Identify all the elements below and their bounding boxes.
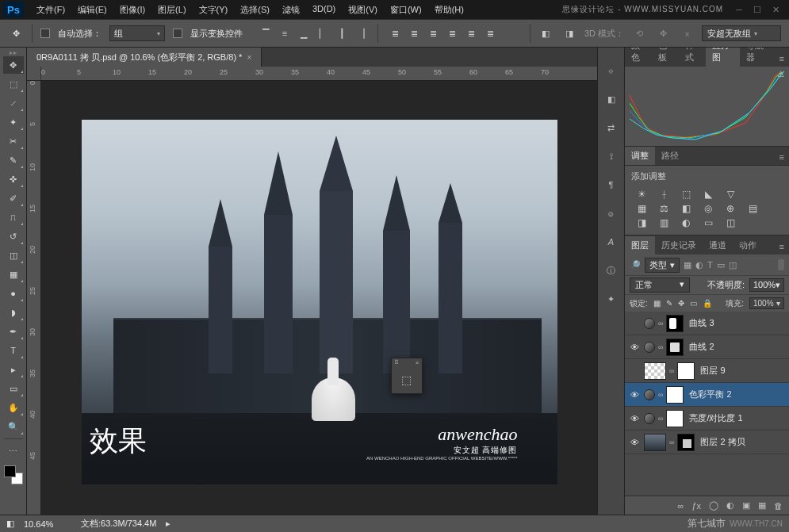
hand-tool[interactable]: ✋ [3, 399, 24, 416]
layer-row[interactable]: 👁 ∞ 亮度/对比度 1 [625, 407, 789, 431]
visibility-icon[interactable]: 👁 [628, 438, 641, 447]
align-bottom-icon[interactable]: ▁ [295, 25, 312, 42]
3d-axis-icon[interactable]: ⬚ [392, 368, 422, 392]
marquee-tool[interactable]: ⬚ [3, 75, 24, 93]
layer-mask-thumb[interactable] [677, 434, 695, 451]
lock-all-icon[interactable]: 🔒 [703, 299, 712, 308]
distribute-right-icon[interactable]: ≣ [481, 25, 499, 42]
channel-mixer-icon[interactable]: ⊕ [723, 203, 737, 214]
zoom-tool[interactable]: 🔍 [3, 418, 24, 435]
maximize-icon[interactable]: ☐ [753, 5, 761, 15]
hue-icon[interactable]: ▦ [634, 203, 649, 214]
brush-tool[interactable]: ✐ [3, 189, 24, 207]
distribute-vcenter-icon[interactable]: ≣ [405, 25, 423, 42]
minimize-icon[interactable]: ─ [736, 5, 742, 15]
lock-artboard-icon[interactable]: ▭ [690, 299, 697, 308]
layer-mask-thumb[interactable] [677, 362, 695, 380]
distribute-top-icon[interactable]: ≣ [386, 25, 404, 42]
crop-tool[interactable]: ✂ [3, 132, 24, 150]
color-swatches[interactable] [4, 465, 23, 484]
layer-name[interactable]: 曲线 3 [689, 317, 714, 329]
vibrance-icon[interactable]: ▽ [723, 189, 737, 200]
layer-name[interactable]: 亮度/对比度 1 [689, 412, 742, 424]
brightness-icon[interactable]: ☀ [634, 189, 649, 200]
tab-swatches[interactable]: 色板 [652, 48, 679, 67]
tab-actions[interactable]: 动作 [733, 236, 763, 255]
filter-adjust-icon[interactable]: ◐ [695, 260, 703, 270]
panel-menu-icon[interactable]: ≡ [775, 51, 789, 67]
align-vcenter-icon[interactable]: ≡ [276, 25, 293, 42]
filter-shape-icon[interactable]: ▭ [717, 260, 725, 270]
tab-navigator[interactable]: 导航器 [740, 48, 774, 67]
link-layers-icon[interactable]: ∞ [678, 501, 684, 511]
layer-row[interactable]: 👁 ∞ 色彩平衡 2 [625, 383, 789, 407]
menu-3d[interactable]: 3D(D) [306, 1, 342, 19]
filter-pixel-icon[interactable]: ▦ [684, 260, 691, 270]
3d-panel-icon[interactable]: ◨ [561, 25, 578, 42]
distribute-bottom-icon[interactable]: ≣ [424, 25, 442, 42]
blur-tool[interactable]: ● [3, 285, 24, 302]
close-tab-icon[interactable]: × [247, 53, 251, 62]
tab-layers[interactable]: 图层 [625, 236, 655, 255]
menu-select[interactable]: 选择(S) [234, 1, 276, 19]
menu-help[interactable]: 帮助(H) [428, 1, 470, 19]
layer-list[interactable]: ∞ 曲线 3 👁 ∞ 曲线 2 ∞ [625, 312, 789, 496]
path-select-tool[interactable]: ▸ [3, 361, 24, 378]
layer-name[interactable]: 图层 9 [700, 365, 725, 377]
character-icon[interactable]: ⟟ [603, 147, 620, 165]
histogram-warning-icon[interactable]: ⚠ [777, 70, 784, 78]
exposure-icon[interactable]: ◣ [701, 189, 715, 200]
auto-select-combo[interactable]: 组 ▾ [109, 25, 165, 41]
tab-channels[interactable]: 通道 [703, 236, 733, 255]
stamp-tool[interactable]: ⎍ [3, 209, 24, 226]
selective-color-icon[interactable]: ◫ [723, 217, 737, 228]
link-icon[interactable]: ∞ [658, 343, 663, 351]
menu-window[interactable]: 窗口(W) [384, 1, 428, 19]
layer-mask-thumb[interactable] [666, 386, 684, 404]
layer-name[interactable]: 色彩平衡 2 [689, 388, 731, 400]
opacity-input[interactable]: 100%▾ [749, 278, 784, 292]
eraser-tool[interactable]: ◫ [3, 247, 24, 264]
color-balance-icon[interactable]: ⚖ [657, 203, 671, 214]
align-top-icon[interactable]: ▔ [257, 25, 274, 42]
gradient-map-icon[interactable]: ▭ [701, 217, 715, 228]
history-brush-tool[interactable]: ↺ [3, 228, 24, 245]
distribute-hcenter-icon[interactable]: ≣ [462, 25, 480, 42]
quick-select-tool[interactable]: ✦ [3, 113, 24, 131]
menu-filter[interactable]: 滤镜 [276, 1, 306, 19]
bw-icon[interactable]: ◧ [679, 203, 693, 214]
filter-type-icon[interactable]: T [707, 260, 713, 270]
invert-icon[interactable]: ◨ [634, 217, 649, 228]
lasso-tool[interactable]: ⟋ [3, 94, 24, 112]
curves-icon[interactable]: ⬚ [679, 189, 693, 200]
brush-presets-icon[interactable]: ◧ [603, 90, 620, 108]
align-right-icon[interactable]: ▕ [352, 25, 370, 42]
show-transform-checkbox[interactable] [173, 29, 182, 38]
layer-thumb[interactable] [644, 362, 666, 380]
distribute-left-icon[interactable]: ≣ [443, 25, 461, 42]
menu-edit[interactable]: 编辑(E) [71, 1, 113, 19]
edit-mode-icon[interactable]: ◧ [6, 519, 14, 529]
layer-row[interactable]: 👁 ∞ 曲线 2 [625, 335, 789, 359]
menu-image[interactable]: 图像(I) [113, 1, 151, 19]
visibility-icon[interactable]: 👁 [628, 390, 641, 400]
properties-icon[interactable]: ✦ [603, 290, 620, 308]
tab-history[interactable]: 历史记录 [655, 236, 703, 255]
menu-layer[interactable]: 图层(L) [151, 1, 192, 19]
document-tab[interactable]: 0R9A0111 拷 贝.psd @ 10.6% (色彩平衡 2, RGB/8)… [27, 48, 262, 67]
tab-styles[interactable]: 样式 [679, 48, 706, 67]
layer-name[interactable]: 图层 2 拷贝 [700, 436, 745, 448]
menu-type[interactable]: 文字(Y) [193, 1, 235, 19]
link-icon[interactable]: ∞ [658, 391, 663, 399]
gradient-tool[interactable]: ▦ [3, 266, 24, 283]
filter-toggle[interactable] [778, 259, 784, 270]
filter-smart-icon[interactable]: ◫ [729, 260, 737, 270]
lock-brush-icon[interactable]: ✎ [666, 299, 672, 308]
search-icon[interactable]: 🔎 [630, 260, 641, 270]
3d-orbit-icon[interactable]: ⟲ [630, 25, 648, 42]
layer-mask-thumb[interactable] [666, 410, 684, 427]
tab-paths[interactable]: 路径 [655, 147, 685, 165]
shape-tool[interactable]: ▭ [3, 380, 24, 397]
zoom-level[interactable]: 10.64% [24, 519, 71, 529]
blend-mode-combo[interactable]: 正常▾ [630, 277, 690, 293]
